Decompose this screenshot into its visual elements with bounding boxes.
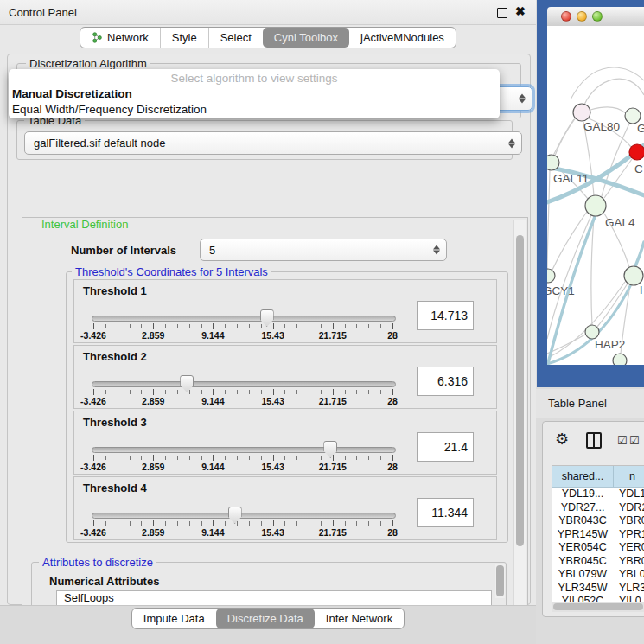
table-row[interactable]: YBR045CYBR0 — [552, 555, 644, 569]
dropdown-item-manual-discretization[interactable]: Manual Discretization — [12, 87, 496, 103]
close-traffic-light-icon[interactable] — [561, 11, 571, 22]
table-row[interactable]: YDR27...YDR2 — [552, 501, 644, 515]
cell-name: YDR2 — [613, 501, 644, 515]
column-header-shared-name[interactable]: shared... — [552, 466, 614, 487]
tab-select[interactable]: Select — [208, 28, 263, 48]
cell-shared-name: YLR345W — [552, 582, 613, 596]
node-red[interactable] — [629, 144, 644, 160]
tick-label: 21.715 — [319, 330, 347, 341]
tab-network[interactable]: Network — [80, 28, 160, 48]
vertical-scrollbar[interactable] — [513, 220, 526, 626]
tab-label: Discretize Data — [227, 612, 303, 625]
tab-infer-network[interactable]: Infer Network — [315, 609, 404, 628]
threshold-value-field[interactable]: 21.4 — [417, 432, 474, 462]
scrollbar-thumb[interactable] — [496, 565, 504, 596]
node-gal11[interactable] — [547, 155, 559, 170]
node-partial[interactable] — [613, 354, 627, 365]
tab-impute-data[interactable]: Impute Data — [132, 609, 216, 628]
zoom-traffic-light-icon[interactable] — [592, 11, 603, 22]
tab-label: Network — [107, 31, 149, 44]
major-tick-mark — [273, 520, 274, 526]
table-row[interactable]: YPR145WYPR1 — [552, 528, 644, 542]
checkbox-icon[interactable]: ☑ — [617, 434, 628, 447]
node-label: GAL11 — [553, 172, 589, 185]
minor-tick-mark — [368, 324, 369, 328]
top-tab-bar: Network Style Select Cyni Toolbox jActiv… — [0, 27, 536, 48]
minor-tick-mark — [261, 390, 262, 394]
minor-tick-mark — [237, 521, 238, 526]
major-tick-mark — [273, 389, 274, 395]
horizontal-scrollbar[interactable] — [552, 602, 644, 612]
scrollbar-thumb[interactable] — [553, 603, 643, 610]
minor-tick-mark — [284, 324, 285, 328]
threshold-value-field[interactable]: 6.316 — [417, 367, 474, 396]
minor-tick-mark — [189, 521, 190, 526]
minor-tick-mark — [345, 456, 346, 460]
minor-tick-mark — [368, 390, 369, 394]
dropdown-item-equal-width-frequency[interactable]: Equal Width/Frequency Discretization — [12, 103, 496, 118]
node-hap2[interactable] — [585, 325, 599, 339]
tick-label: 21.715 — [319, 462, 347, 472]
minor-tick-mark — [201, 390, 202, 394]
minor-tick-mark — [225, 390, 226, 394]
checkbox-icon[interactable]: ☑ — [629, 434, 640, 447]
cell-name: YPR1 — [613, 528, 644, 542]
scrollbar-thumb[interactable] — [516, 235, 524, 546]
float-window-icon[interactable] — [497, 8, 507, 18]
network-nodes[interactable] — [547, 104, 644, 365]
major-tick-mark — [392, 455, 393, 461]
minor-tick-mark — [165, 324, 166, 328]
tab-discretize-data[interactable]: Discretize Data — [216, 609, 315, 628]
threshold-value-field[interactable]: 11.344 — [417, 498, 474, 527]
tab-jactivemnodules[interactable]: jActiveMNodules — [349, 28, 456, 48]
split-columns-icon[interactable] — [586, 432, 602, 449]
attribute-item[interactable]: SelfLoops — [57, 591, 491, 604]
column-header-name[interactable]: n — [614, 466, 644, 487]
number-of-intervals-combo[interactable]: 5 — [200, 239, 447, 261]
combo-arrows-icon — [508, 138, 515, 148]
close-icon[interactable]: ✖ — [515, 4, 526, 18]
table-row[interactable]: YDL19...YDL1 — [552, 488, 644, 501]
tick-label: 28 — [387, 527, 398, 538]
minor-tick-mark — [249, 521, 250, 526]
node-h[interactable] — [624, 266, 643, 285]
table-row[interactable]: YLR345WYLR3 — [552, 582, 644, 596]
tick-label: -3.426 — [80, 527, 106, 538]
node-gal4[interactable] — [585, 195, 606, 216]
minor-tick-mark — [356, 390, 357, 394]
minor-tick-mark — [225, 456, 226, 460]
minor-tick-mark — [225, 324, 226, 328]
tick-label: 21.715 — [319, 527, 347, 538]
tick-label: -3.426 — [80, 396, 106, 406]
tick-label: 9.144 — [201, 527, 224, 538]
tab-label: Select — [220, 31, 252, 44]
cell-shared-name: YDR27... — [552, 501, 613, 515]
node-gal80[interactable] — [573, 104, 590, 121]
minor-tick-mark — [345, 521, 346, 526]
major-tick-mark — [213, 520, 214, 526]
slider-scale: -3.4262.8599.14415.4321.71528 — [93, 389, 392, 406]
tick-label: -3.426 — [80, 462, 106, 472]
minor-tick-mark — [165, 521, 166, 526]
network-window-titlebar[interactable] — [547, 7, 644, 27]
threshold-value-field[interactable]: 14.713 — [417, 301, 474, 330]
minor-tick-mark — [237, 324, 238, 328]
minor-tick-mark — [105, 390, 106, 394]
tab-cyni-toolbox[interactable]: Cyni Toolbox — [263, 28, 349, 48]
minor-tick-mark — [261, 521, 262, 526]
minor-tick-mark — [296, 521, 297, 526]
gear-icon[interactable]: ⚙ — [555, 430, 569, 448]
node-gcy1[interactable] — [547, 269, 555, 283]
tab-style[interactable]: Style — [160, 28, 208, 48]
minor-tick-mark — [141, 390, 142, 394]
list-scrollbar[interactable] — [495, 564, 505, 598]
group-title: Threshold's Coordinates for 5 Intervals — [72, 266, 271, 278]
table-row[interactable]: YBR043CYBR0 — [552, 514, 644, 528]
minor-tick-mark — [105, 324, 106, 328]
minimize-traffic-light-icon[interactable] — [577, 11, 587, 22]
table-row[interactable]: YER054CYER0 — [552, 541, 644, 555]
threshold-panel: Threshold 1 -3.4262.8599.14415.4321.7152… — [73, 279, 497, 343]
table-data-combo[interactable]: galFiltered.sif default node — [24, 131, 522, 155]
network-canvas[interactable]: GAL80 GA C GAL11 GAL4 GCY1 H HAP2 — [547, 26, 644, 365]
table-row[interactable]: YBL079WYBL0 — [552, 568, 644, 582]
